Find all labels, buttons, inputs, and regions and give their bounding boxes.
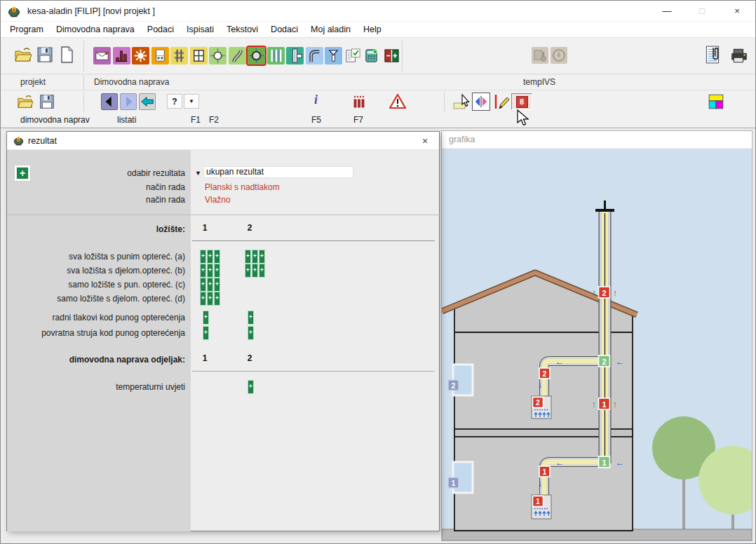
chimney-top-marker[interactable]: ↑ ↑ 2 <box>592 287 618 298</box>
pipe-fitting-icon[interactable] <box>170 47 188 64</box>
status-cell[interactable]: + <box>259 250 265 264</box>
toolbar-caption-row: projekt Dimovodna naprava tempIVS <box>1 75 755 90</box>
status-cell[interactable]: + <box>214 278 220 292</box>
warning-button[interactable] <box>389 93 407 111</box>
chimney-cap-stub <box>604 200 606 210</box>
window-lower-marker[interactable]: 1 <box>448 477 459 488</box>
t-pipe-icon[interactable] <box>286 47 304 64</box>
help-button[interactable]: ? <box>167 94 182 109</box>
status-cell[interactable]: + <box>214 292 220 306</box>
sun-icon[interactable] <box>132 47 149 64</box>
menu-ispisati[interactable]: Ispisati <box>180 22 220 37</box>
status-cell[interactable]: + <box>203 326 209 340</box>
dropdown-caret-icon[interactable]: ▼ <box>195 170 201 177</box>
open-result-button[interactable] <box>16 93 34 110</box>
boiler-upper[interactable]: 2 <box>532 396 551 419</box>
compare-view-button[interactable] <box>472 93 490 111</box>
matrix-row: samo ložište s djelom. optereć. (d)+++ <box>7 292 440 306</box>
status-cell[interactable]: + <box>207 250 213 264</box>
calculator-icon[interactable] <box>363 47 381 64</box>
status-cell[interactable]: + <box>214 250 220 264</box>
status-cell[interactable]: + <box>259 264 265 278</box>
status-cell[interactable]: + <box>207 292 213 306</box>
new-project-button[interactable] <box>58 46 75 64</box>
segment-upper-marker[interactable]: ↑ ↑ 1 <box>592 398 618 409</box>
mail-icon[interactable] <box>93 47 111 64</box>
chimney-top-number: 2 <box>602 289 606 297</box>
building-glyph <box>113 47 130 64</box>
dialog-close-icon[interactable]: × <box>411 132 439 150</box>
info-button[interactable]: i <box>314 93 318 107</box>
attachment-button[interactable] <box>705 45 720 64</box>
annotate-tool-button[interactable] <box>493 93 510 111</box>
status-cell[interactable]: + <box>200 292 206 306</box>
bend-pipe-glyph <box>306 47 323 64</box>
status-cell[interactable]: + <box>203 311 209 325</box>
terminal-icon[interactable] <box>325 47 342 64</box>
matrix-row: samo ložište s pun. optereć. (c)+++ <box>7 278 440 292</box>
minimize-button[interactable]: — <box>652 1 682 22</box>
graphics-panel-header: grafika <box>442 131 752 149</box>
window-panes-icon[interactable] <box>190 47 208 64</box>
report-check-icon[interactable] <box>344 47 362 64</box>
font-size-button[interactable]: 8 <box>511 93 532 110</box>
odjeljak-col1: 1 <box>200 353 210 363</box>
status-cell[interactable]: + <box>214 264 220 278</box>
status-cell[interactable]: + <box>252 264 258 278</box>
color-layout-button[interactable] <box>708 93 724 110</box>
select-tool-button[interactable] <box>452 93 471 111</box>
grid-list-button[interactable] <box>351 94 367 109</box>
next-button[interactable] <box>120 93 137 110</box>
status-cell[interactable]: + <box>248 326 254 340</box>
window-upper-marker[interactable]: 2 <box>448 380 459 390</box>
matrix-row: sva ložišta s djelom.optereć. (b)++++++ <box>7 264 440 278</box>
status-cell[interactable]: + <box>248 311 254 325</box>
dialog-title-bar[interactable]: rezultat × <box>7 132 439 150</box>
minus-plus-icon[interactable] <box>383 47 400 64</box>
status-cell[interactable]: + <box>245 250 251 264</box>
print-button[interactable] <box>730 48 748 63</box>
save-project-button[interactable] <box>36 46 54 64</box>
status-cell[interactable]: + <box>248 380 254 394</box>
menu-dodaci[interactable]: Dodaci <box>264 22 304 37</box>
s-pipe-icon[interactable] <box>229 47 246 64</box>
boiler-lower[interactable]: 1 <box>532 495 551 519</box>
status-cell[interactable]: + <box>200 250 206 264</box>
joint-lower-number: 1 <box>602 458 606 467</box>
connector-upper-marker[interactable]: 2 <box>539 368 550 379</box>
status-cell[interactable]: + <box>200 264 206 278</box>
status-cell[interactable]: + <box>207 278 213 292</box>
matrix-row-label: sva ložišta s punim optereć. (a) <box>7 250 185 264</box>
menu-moj-aladin[interactable]: Moj aladin <box>304 22 357 37</box>
boiler-icon[interactable] <box>151 47 169 64</box>
menu-program[interactable]: Program <box>4 22 50 37</box>
menu-podaci[interactable]: Podaci <box>141 22 180 37</box>
layers-icon[interactable] <box>267 47 285 64</box>
crosshair-icon[interactable] <box>209 47 227 64</box>
odjeljak-header: dimovodna naprava odjeljak: <box>7 353 185 366</box>
status-cell[interactable]: + <box>207 264 213 278</box>
nacin-rada-label-1: način rada <box>7 181 185 193</box>
save-result-button[interactable] <box>39 93 55 110</box>
status-cell[interactable]: + <box>245 264 251 278</box>
menu-dimovodna-naprava[interactable]: Dimovodna naprava <box>50 22 141 37</box>
app-icon <box>8 5 20 18</box>
dropdown-button[interactable]: ▼ <box>184 94 199 109</box>
house-drawing[interactable]: 2 1 2 1 ← ← ↓ ↓ ↑ ↑ 2 <box>442 149 752 540</box>
menu-tekstovi[interactable]: Tekstovi <box>220 22 264 37</box>
menu-help[interactable]: Help <box>357 22 388 37</box>
flame-circle-glyph <box>551 47 567 64</box>
status-cell[interactable]: + <box>252 250 258 264</box>
status-cell[interactable]: + <box>200 278 206 292</box>
back-button[interactable] <box>139 93 156 110</box>
air-arrow-left-icon: ← <box>616 458 624 468</box>
open-project-button[interactable] <box>13 46 33 64</box>
maximize-button[interactable]: □ <box>687 1 717 22</box>
building-icon[interactable] <box>113 47 130 64</box>
previous-button[interactable] <box>101 93 118 110</box>
result-select-field[interactable]: ukupan rezultat <box>203 166 353 178</box>
connector-lower-marker[interactable]: 1 <box>539 466 550 477</box>
close-button[interactable]: × <box>722 1 752 22</box>
bend-pipe-icon[interactable] <box>306 47 323 64</box>
flue-section-icon[interactable] <box>248 47 265 64</box>
